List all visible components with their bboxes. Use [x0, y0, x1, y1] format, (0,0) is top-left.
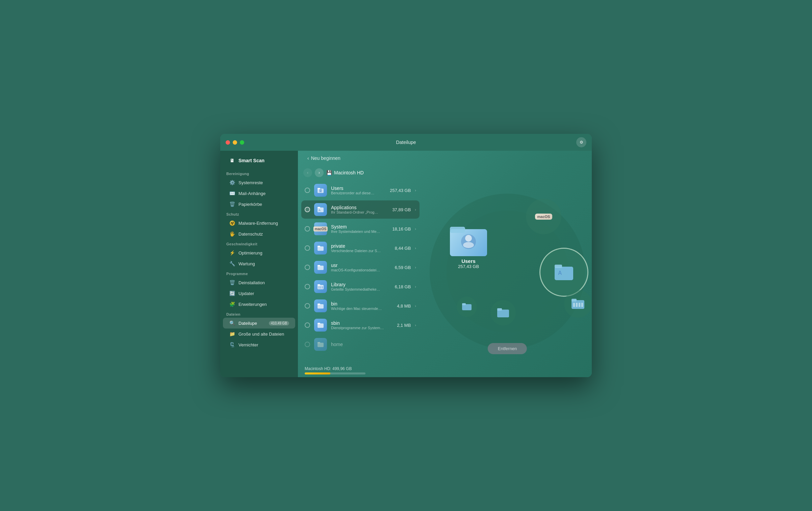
- file-info-users: Users Benutzerorder auf diese…: [331, 186, 386, 195]
- center-folder: Users 257,43 GB: [450, 224, 487, 269]
- bubble-library[interactable]: [564, 290, 592, 318]
- app-window: Dateilupe ⚙ 🖥 Smart Scan Bereinigung ⚙️ …: [220, 134, 592, 377]
- bubble-macos[interactable]: macOS: [526, 199, 561, 234]
- file-row-bin[interactable]: bin Wichtige den Mac steuernde… 4,8 MB ›: [301, 297, 420, 315]
- file-desc-bin: Wichtige den Mac steuernde…: [331, 307, 393, 311]
- file-radio-home[interactable]: [305, 342, 310, 347]
- sidebar-item-wartung-label: Wartung: [238, 261, 255, 266]
- section-geschwindigkeit: Geschwindigkeit: [220, 239, 298, 247]
- file-radio-bin[interactable]: [305, 303, 310, 309]
- file-desc-users: Benutzerorder auf diese…: [331, 191, 386, 195]
- file-desc-private: Verschiedene Dateien zur S…: [331, 249, 391, 253]
- file-desc-applications: Ihr Standard-Ordner „Prog…: [331, 210, 388, 214]
- sidebar-item-systemreste-label: Systemreste: [238, 180, 263, 185]
- sidebar-item-dateilupe[interactable]: 🔍 Dateilupe 410,49 GB: [223, 318, 295, 328]
- file-radio-library[interactable]: [305, 284, 310, 289]
- file-name-system: System: [331, 224, 388, 229]
- dateilupe-badge: 410,49 GB: [269, 321, 289, 325]
- svg-text:A: A: [319, 209, 321, 212]
- bubble-folder-lower[interactable]: [490, 300, 516, 325]
- sidebar-item-vernichter[interactable]: 🗜️ Vernichter: [223, 339, 295, 350]
- file-radio-usr[interactable]: [305, 265, 310, 270]
- disk-info: Macintosh HD: 499,96 GB: [305, 366, 416, 371]
- file-info-applications: Applications Ihr Standard-Ordner „Prog…: [331, 205, 388, 214]
- file-info-bin: bin Wichtige den Mac steuernde…: [331, 301, 393, 311]
- file-info-library: Library Geteilte Systemmediatheke…: [331, 282, 391, 291]
- svg-rect-11: [318, 284, 320, 286]
- folder-icon-sbin: [314, 319, 327, 332]
- file-row-applications[interactable]: A Applications Ihr Standard-Ordner „Prog…: [301, 200, 420, 219]
- file-desc-sbin: Dienstprogramme zur System…: [331, 326, 393, 330]
- sidebar-item-systemreste[interactable]: ⚙️ Systemreste: [223, 177, 295, 188]
- file-radio-system[interactable]: [305, 226, 310, 232]
- maximize-button[interactable]: [240, 140, 244, 145]
- sidebar-item-datenschutz[interactable]: 🖐️ Datenschutz: [223, 228, 295, 239]
- file-radio-users[interactable]: [305, 188, 310, 193]
- sidebar-item-papierkorb[interactable]: 🗑️ Papierkörbe: [223, 199, 295, 210]
- bubble-folder-small[interactable]: [457, 297, 477, 317]
- remove-button[interactable]: Entfernen: [488, 343, 527, 354]
- sidebar-item-datenschutz-label: Datenschutz: [238, 232, 263, 237]
- sidebar-item-optimierung-label: Optimierung: [238, 250, 262, 256]
- file-name-usr: usr: [331, 263, 391, 268]
- users-folder-icon: [450, 224, 487, 256]
- folder-icon-private: [314, 242, 327, 254]
- file-radio-applications[interactable]: [305, 207, 310, 212]
- file-size-applications: 37,89 GB: [392, 207, 411, 212]
- svg-rect-1: [318, 188, 320, 189]
- section-dateien: Dateien: [220, 310, 298, 318]
- file-row-library[interactable]: Library Geteilte Systemmediatheke… 6,18 …: [301, 277, 420, 296]
- disk-progress-fill: [305, 372, 330, 374]
- sidebar-item-malware[interactable]: ☣️ Malware-Entfernung: [223, 218, 295, 228]
- file-desc-system: Ihre Systemdateien und Me…: [331, 229, 388, 234]
- file-name-applications: Applications: [331, 205, 388, 210]
- file-row-private[interactable]: private Verschiedene Dateien zur S… 8,44…: [301, 239, 420, 257]
- file-desc-usr: macOS-Konfigurationsdatei…: [331, 268, 391, 272]
- back-button[interactable]: ‹ Neu beginnen: [305, 154, 343, 162]
- sidebar-item-erweiterungen[interactable]: 🧩 Erweiterungen: [223, 299, 295, 310]
- sidebar-item-vernichter-label: Vernichter: [238, 342, 258, 347]
- update-icon: 🔄: [229, 290, 235, 296]
- sidebar-item-updater[interactable]: 🔄 Updater: [223, 288, 295, 299]
- sidebar-item-optimierung[interactable]: ⚡ Optimierung: [223, 247, 295, 258]
- svg-rect-12: [319, 286, 320, 289]
- nav-forward-button[interactable]: ›: [315, 168, 324, 177]
- sidebar-item-deinstallation[interactable]: 🗑️ Deinstallation: [223, 277, 295, 288]
- minimize-button[interactable]: [233, 140, 237, 145]
- file-size-system: 18,16 GB: [392, 226, 411, 232]
- file-row-home[interactable]: home: [301, 335, 420, 354]
- settings-icon[interactable]: ⚙: [576, 137, 586, 147]
- svg-rect-32: [573, 303, 575, 307]
- file-desc-library: Geteilte Systemmediatheke…: [331, 287, 391, 291]
- file-row-usr[interactable]: usr macOS-Konfigurationsdatei… 6,59 GB ›: [301, 258, 420, 276]
- nav-back-button[interactable]: ‹: [303, 168, 312, 177]
- file-row-sbin[interactable]: sbin Dienstprogramme zur System… 2,1 MB …: [301, 316, 420, 334]
- chevron-sbin: ›: [415, 323, 416, 327]
- file-radio-private[interactable]: [305, 245, 310, 251]
- chevron-applications: ›: [415, 208, 416, 212]
- content-header: ‹ Neu beginnen: [298, 151, 592, 166]
- file-radio-sbin[interactable]: [305, 322, 310, 328]
- center-folder-label: Users 257,43 GB: [458, 258, 479, 269]
- sidebar-item-malware-label: Malware-Entfernung: [238, 221, 278, 226]
- bubble-applications[interactable]: A: [539, 248, 588, 297]
- viz-container: Users 257,43 GB A: [423, 184, 592, 359]
- svg-point-25: [465, 235, 472, 242]
- file-info-private: private Verschiedene Dateien zur S…: [331, 243, 391, 253]
- sidebar-item-grosse-dateien[interactable]: 📁 Große und alte Dateien: [223, 328, 295, 339]
- folder-lower-icon: [497, 308, 509, 318]
- file-row-users[interactable]: Users Benutzerorder auf diese… 257,43 GB…: [301, 181, 420, 199]
- sidebar-item-smart-scan[interactable]: 🖥 Smart Scan: [223, 155, 295, 166]
- sidebar-item-wartung[interactable]: 🔧 Wartung: [223, 258, 295, 269]
- file-row-system[interactable]: macOS System Ihre Systemdateien und Me… …: [301, 220, 420, 238]
- svg-rect-9: [318, 265, 320, 266]
- file-name-sbin: sbin: [331, 320, 393, 326]
- close-button[interactable]: [226, 140, 230, 145]
- largefile-icon: 📁: [229, 331, 235, 337]
- file-name-users: Users: [331, 186, 386, 191]
- sidebar-item-mail[interactable]: ✉️ Mail-Anhänge: [223, 188, 295, 199]
- back-icon: ‹: [307, 155, 309, 161]
- file-name-bin: bin: [331, 301, 393, 307]
- file-size-sbin: 2,1 MB: [397, 323, 411, 328]
- folder-icon-users: [314, 184, 327, 197]
